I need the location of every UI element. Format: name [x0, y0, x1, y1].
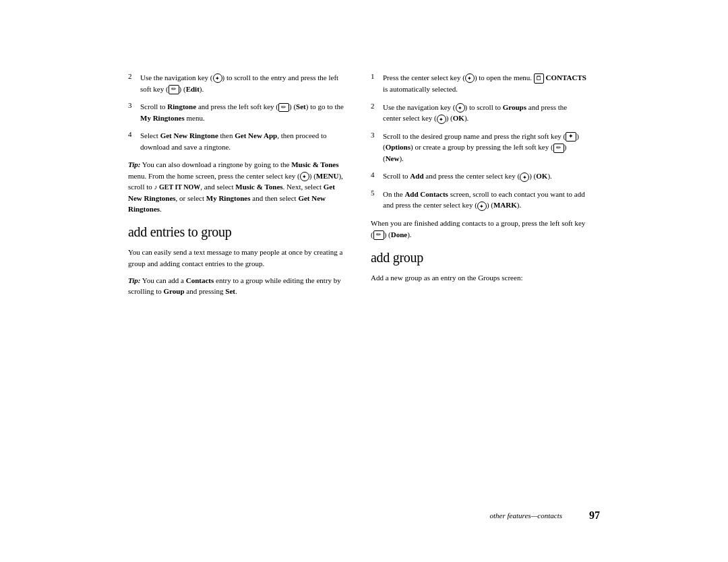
r-step-5-text: On the Add Contacts screen, scroll to ea… [383, 189, 586, 211]
step-2-number: 2 [128, 72, 136, 80]
finish-text: When you are finished adding contacts to… [371, 218, 586, 241]
step-3-text: Scroll to Ringtone and press the left so… [140, 101, 344, 123]
add-group-body: Add a new group as an entry on the Group… [371, 272, 586, 284]
footer-label: other features—contacts [490, 511, 562, 520]
r-step-2-text: Use the navigation key () to scroll to G… [383, 102, 586, 124]
r-step-4-block: 4 Scroll to Add and press the center sel… [371, 170, 586, 182]
right-column: 1 Press the center select key () to open… [371, 72, 586, 449]
left-column: 2 Use the navigation key () to scroll to… [128, 72, 344, 449]
get-it-now-label: ♪ GET IT NOW [154, 183, 201, 191]
tip-label-2: Tip: [128, 276, 141, 284]
footer: other features—contacts 97 [128, 509, 600, 522]
step-3-block: 3 Scroll to Ringtone and press the left … [128, 101, 344, 123]
nav-key-r2b [437, 115, 446, 124]
step-4-number: 4 [128, 130, 136, 138]
left-soft-key-icon: ✏ [169, 85, 179, 94]
r-step-4-number: 4 [371, 170, 379, 179]
nav-key-2 [300, 172, 309, 181]
add-entries-heading: add entries to group [128, 224, 344, 240]
add-entries-body: You can easily send a text message to ma… [128, 247, 344, 270]
r-step-1-block: 1 Press the center select key () to open… [371, 72, 586, 95]
tip-block-ringtone: Tip: You can also download a ringtone by… [128, 159, 344, 215]
page-container: 2 Use the navigation key () to scroll to… [0, 0, 728, 562]
r-step-2-number: 2 [371, 102, 379, 110]
nav-key-r4 [520, 173, 529, 182]
tip-block-contacts: Tip: You can add a Contacts entry to a g… [128, 275, 344, 297]
r-step-3-text: Scroll to the desired group name and pre… [383, 131, 586, 164]
r-step-5-number: 5 [371, 189, 379, 197]
contacts-bold: CONTACTS [546, 73, 586, 82]
r-step-4-text: Scroll to Add and press the center selec… [383, 170, 552, 182]
left-soft-key-r3: ✏ [553, 144, 564, 153]
r-step-2-block: 2 Use the navigation key () to scroll to… [371, 102, 586, 124]
r-step-1-text: Press the center select key () to open t… [383, 72, 586, 95]
step-4-text: Select Get New Ringtone then Get New App… [140, 130, 344, 152]
left-soft-key-done: ✏ [373, 230, 384, 240]
r-step-1-number: 1 [371, 72, 379, 80]
nav-key-r2 [456, 103, 465, 113]
content-area: 2 Use the navigation key () to scroll to… [128, 59, 600, 463]
step-2-text: Use the navigation key () to scroll to t… [140, 72, 344, 94]
left-soft-key-2: ✏ [278, 103, 289, 113]
step-4-block: 4 Select Get New Ringtone then Get New A… [128, 130, 344, 152]
add-group-heading: add group [371, 250, 586, 266]
tip-label: Tip: [128, 160, 141, 168]
r-step-3-number: 3 [371, 131, 379, 139]
r-step-3-block: 3 Scroll to the desired group name and p… [371, 131, 586, 164]
step-2-block: 2 Use the navigation key () to scroll to… [128, 72, 344, 94]
nav-key-r5 [477, 201, 487, 211]
nav-key-icon [213, 73, 222, 83]
step-3-number: 3 [128, 101, 136, 109]
nav-key-r1 [465, 73, 475, 83]
right-soft-key-r3: ✦ [566, 132, 576, 142]
contacts-icon: 🗒 [534, 73, 544, 84]
r-step-5-block: 5 On the Add Contacts screen, scroll to … [371, 189, 586, 211]
footer-page-number: 97 [589, 509, 600, 522]
